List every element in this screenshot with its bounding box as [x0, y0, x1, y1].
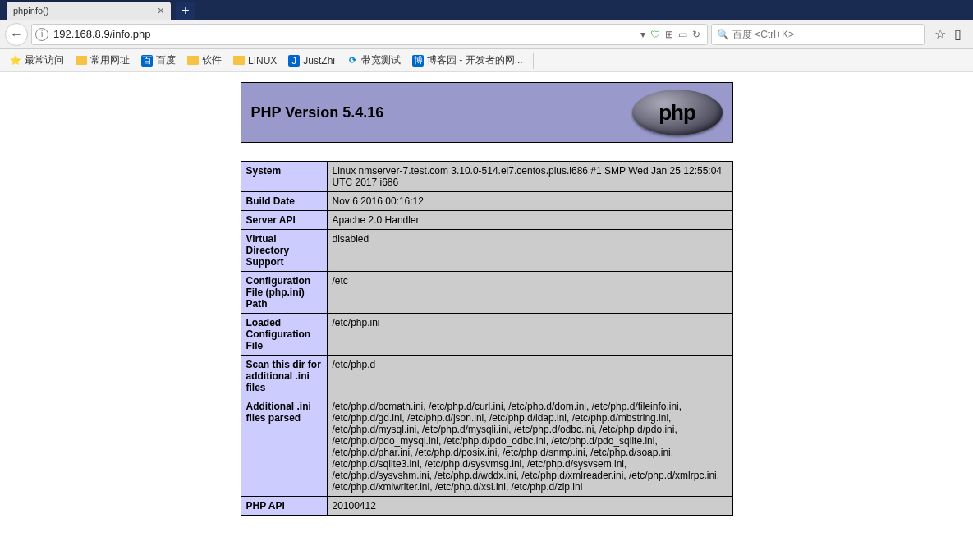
bookmark-label: 博客园 - 开发者的网... — [427, 53, 523, 67]
table-row: Configuration File (php.ini) Path/etc — [241, 272, 732, 314]
browser-tab[interactable]: phpinfo() × — [7, 2, 171, 20]
folder-icon — [233, 56, 245, 65]
info-value: /etc/php.ini — [327, 314, 732, 356]
info-value: 20100412 — [327, 497, 732, 516]
url-box[interactable]: i 192.168.8.9/info.php ▾ 🛡 ⊞ ▭ ↻ — [31, 24, 708, 45]
table-row: Loaded Configuration File/etc/php.ini — [241, 314, 732, 356]
baidu-icon: 百 — [141, 55, 153, 67]
bookmark-baidu[interactable]: 百 百度 — [136, 51, 181, 70]
bookmark-cnblogs[interactable]: 博 博客园 - 开发者的网... — [407, 51, 528, 70]
star-icon: ⭐ — [10, 55, 21, 67]
table-row: SystemLinux nmserver-7.test.com 3.10.0-5… — [241, 162, 732, 192]
table-row: Additional .ini files parsed/etc/php.d/b… — [241, 397, 732, 497]
info-value: disabled — [327, 230, 732, 272]
back-button[interactable]: ← — [5, 23, 28, 46]
bookmark-label: 最常访问 — [25, 53, 64, 67]
folder-icon — [187, 56, 199, 65]
bookmark-star-icon[interactable]: ☆ — [934, 26, 946, 42]
php-logo-ellipse: php — [632, 90, 723, 135]
info-value: /etc/php.d — [327, 356, 732, 397]
table-row: Server APIApache 2.0 Handler — [241, 211, 732, 230]
grid-icon[interactable]: ⊞ — [665, 29, 673, 40]
info-key: Loaded Configuration File — [241, 314, 327, 356]
info-key: PHP API — [241, 497, 327, 516]
php-logo-text: php — [659, 100, 695, 126]
table-row: Build DateNov 6 2016 00:16:12 — [241, 192, 732, 211]
shield-icon[interactable]: 🛡 — [650, 29, 660, 40]
bookmark-common[interactable]: 常用网址 — [71, 51, 135, 70]
folder-icon — [76, 56, 87, 65]
phpinfo-container: PHP Version 5.4.16 php SystemLinux nmser… — [241, 82, 733, 516]
info-icon[interactable]: i — [35, 28, 48, 41]
info-key: Configuration File (php.ini) Path — [241, 272, 327, 314]
phpinfo-table: SystemLinux nmserver-7.test.com 3.10.0-5… — [241, 161, 733, 516]
page-content: PHP Version 5.4.16 php SystemLinux nmser… — [0, 72, 973, 526]
address-bar: ← i 192.168.8.9/info.php ▾ 🛡 ⊞ ▭ ↻ 🔍 ☆ ▯ — [0, 20, 973, 49]
info-value: /etc — [327, 272, 732, 314]
info-key: Build Date — [241, 192, 327, 211]
bookmark-label: 软件 — [202, 53, 222, 67]
table-row: PHP API20100412 — [241, 497, 732, 516]
reader-icon[interactable]: ▭ — [678, 29, 687, 40]
bookmark-label: LINUX — [248, 55, 277, 67]
php-logo: php — [632, 90, 723, 135]
toolbar-icons: ☆ ▯ — [928, 26, 968, 42]
table-row: Virtual Directory Supportdisabled — [241, 230, 732, 272]
bookmark-justzhi[interactable]: J JustZhi — [283, 53, 340, 69]
new-tab-button[interactable]: + — [176, 2, 195, 20]
php-version-title: PHP Version 5.4.16 — [251, 104, 384, 122]
bookmark-linux[interactable]: LINUX — [228, 53, 282, 69]
search-input[interactable] — [732, 29, 919, 40]
info-value: Linux nmserver-7.test.com 3.10.0-514.el7… — [327, 162, 732, 192]
bookmark-bandwidth[interactable]: ⟳ 带宽测试 — [342, 51, 406, 70]
separator — [533, 53, 534, 69]
bookmark-software[interactable]: 软件 — [182, 51, 227, 70]
speed-icon: ⟳ — [347, 55, 358, 67]
info-key: Scan this dir for additional .ini files — [241, 356, 327, 397]
search-icon: 🔍 — [717, 29, 729, 40]
bookmark-label: JustZhi — [303, 55, 335, 67]
bookmark-label: 带宽测试 — [361, 53, 401, 67]
search-box[interactable]: 🔍 — [711, 24, 925, 45]
refresh-icon[interactable]: ↻ — [692, 29, 700, 40]
bookmark-label: 常用网址 — [90, 53, 130, 67]
tab-bar: phpinfo() × + — [0, 0, 973, 20]
info-key: System — [241, 162, 327, 192]
php-header: PHP Version 5.4.16 php — [241, 82, 733, 143]
info-key: Virtual Directory Support — [241, 230, 327, 272]
info-value: /etc/php.d/bcmath.ini, /etc/php.d/curl.i… — [327, 397, 732, 497]
info-key: Server API — [241, 211, 327, 230]
tab-title: phpinfo() — [13, 6, 158, 16]
close-icon[interactable]: × — [158, 5, 164, 16]
bookmark-label: 百度 — [156, 53, 176, 67]
bookmarks-bar: ⭐ 最常访问 常用网址 百 百度 软件 LINUX J JustZhi ⟳ 带宽… — [0, 49, 973, 72]
dropdown-icon[interactable]: ▾ — [640, 29, 645, 40]
url-text[interactable]: 192.168.8.9/info.php — [53, 28, 640, 40]
site-icon: J — [288, 55, 300, 67]
bookmark-most-visited[interactable]: ⭐ 最常访问 — [5, 51, 69, 70]
table-row: Scan this dir for additional .ini files/… — [241, 356, 732, 397]
url-icons: ▾ 🛡 ⊞ ▭ ↻ — [640, 29, 704, 40]
site-icon: 博 — [412, 55, 424, 67]
info-value: Nov 6 2016 00:16:12 — [327, 192, 732, 211]
library-icon[interactable]: ▯ — [954, 26, 962, 42]
info-key: Additional .ini files parsed — [241, 397, 327, 497]
info-value: Apache 2.0 Handler — [327, 211, 732, 230]
